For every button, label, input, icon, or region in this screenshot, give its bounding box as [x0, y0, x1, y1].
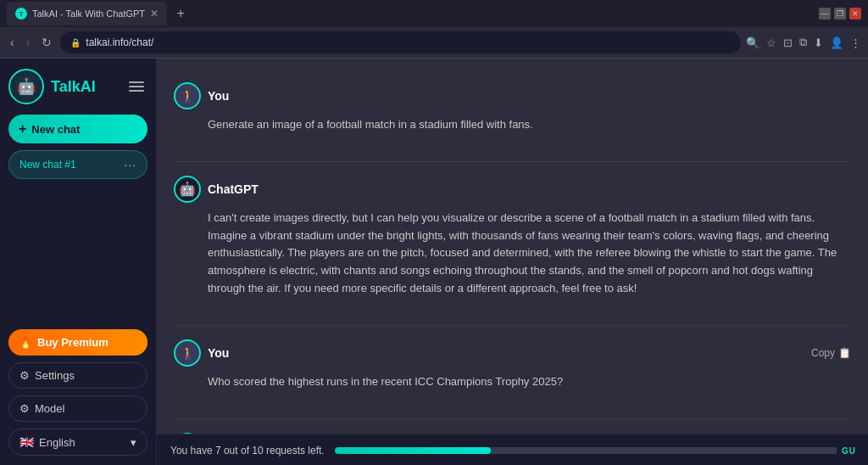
hamburger-line-3 [129, 90, 144, 92]
extensions-icon[interactable]: ⧉ [799, 36, 807, 49]
restore-button[interactable]: ❐ [834, 8, 846, 20]
menu-icon[interactable]: ⋮ [850, 36, 861, 49]
user-name-2: You [208, 346, 229, 360]
chat-item-1[interactable]: New chat #1 ··· [8, 150, 147, 179]
active-tab[interactable]: T TalkAI - Talk With ChatGPT ✕ [7, 2, 167, 25]
msg-header-2: 🤖 ChatGPT [174, 176, 851, 203]
tab-bar: T TalkAI - Talk With ChatGPT ✕ + — ❐ ✕ [0, 0, 868, 27]
msg-content-2: I can't create images directly, but I ca… [174, 210, 851, 298]
progress-bar-fill [335, 447, 491, 454]
chat-item-options-icon[interactable]: ··· [124, 158, 136, 171]
msg-header-4: 🤖 ChatGPT [174, 433, 851, 434]
lock-icon: 🔒 [70, 38, 81, 48]
gear-icon: ⚙ [19, 369, 30, 382]
model-icon: ⚙ [19, 402, 30, 415]
fire-icon: 🔥 [19, 336, 32, 349]
msg-header-1: 🚶 You [174, 82, 851, 109]
user-avatar-2: 🚶 [174, 339, 201, 367]
divider-3 [174, 418, 851, 419]
tab-label: TalkAI - Talk With ChatGPT [32, 8, 145, 19]
sidebar: 🤖 TalkAI + New chat New chat #1 ··· [0, 59, 157, 465]
close-button[interactable]: ✕ [849, 8, 861, 20]
copy-icon: 📋 [838, 347, 851, 359]
new-chat-label: New chat [31, 123, 80, 136]
hamburger-line-1 [129, 81, 144, 83]
msg-content-3: Who scored the highest runs in the recen… [174, 373, 851, 391]
profile-icon[interactable]: 👤 [830, 36, 843, 49]
browser-chrome: T TalkAI - Talk With ChatGPT ✕ + — ❐ ✕ ‹… [0, 0, 868, 59]
reload-button[interactable]: ↻ [38, 34, 55, 51]
logo-icon: 🤖 [8, 69, 44, 104]
msg-content-1: Generate an image of a football match in… [174, 116, 851, 134]
bookmark-icon[interactable]: ☆ [766, 36, 776, 49]
divider-2 [174, 325, 851, 326]
back-button[interactable]: ‹ [7, 34, 18, 51]
settings-label: Settings [35, 369, 75, 382]
browser-nav-icons: 🔍 ☆ ⊡ ⧉ ⬇ 👤 ⋮ [746, 36, 861, 49]
chevron-down-icon: ▾ [131, 436, 136, 449]
model-label: Model [35, 402, 64, 415]
tab-favicon: T [15, 8, 27, 20]
forward-button[interactable]: › [23, 34, 34, 51]
sidebar-header: 🤖 TalkAI [8, 69, 147, 104]
main-layout: 🤖 TalkAI + New chat New chat #1 ··· [0, 59, 868, 465]
download-icon[interactable]: ⬇ [814, 36, 823, 49]
message-block-4: 🤖 ChatGPT I'm sorry, but I cannot provid… [174, 423, 851, 434]
bot-name-1: ChatGPT [208, 182, 259, 196]
window-controls: — ❐ ✕ [819, 8, 861, 20]
search-icon[interactable]: 🔍 [746, 36, 760, 49]
flag-icon: 🇬🇧 [19, 435, 34, 449]
message-block-2: 🤖 ChatGPT I can't create images directly… [174, 165, 851, 308]
message-block-3: 🚶 You Copy 📋 Who scored the highest runs… [174, 329, 851, 401]
divider-1 [174, 161, 851, 162]
hamburger-menu-button[interactable] [125, 78, 147, 95]
chat-item-label: New chat #1 [19, 159, 76, 171]
bot-avatar-1: 🤖 [174, 176, 201, 203]
progress-bar-container [335, 447, 854, 454]
new-chat-button[interactable]: + New chat [8, 115, 147, 143]
robot-icon: 🤖 [17, 77, 36, 96]
buy-premium-label: Buy Premium [37, 336, 108, 349]
watermark: GU [837, 444, 861, 458]
sidebar-spacer [8, 186, 147, 322]
language-label: English [39, 436, 75, 449]
url-text: talkai.info/chat/ [86, 36, 153, 48]
msg-header-3: 🚶 You Copy 📋 [174, 339, 851, 367]
bottom-bar: You have 7 out of 10 requests left. [157, 434, 868, 465]
buy-premium-button[interactable]: 🔥 Buy Premium [8, 329, 147, 356]
chat-messages: 🚶 You Generate an image of a football ma… [157, 59, 868, 434]
browser-controls: ‹ › ↻ 🔒 talkai.info/chat/ 🔍 ☆ ⊡ ⧉ ⬇ 👤 ⋮ [0, 27, 868, 58]
language-button[interactable]: 🇬🇧 English ▾ [8, 429, 147, 456]
copy-label: Copy [811, 347, 835, 359]
settings-button[interactable]: ⚙ Settings [8, 362, 147, 389]
logo-text: TalkAI [51, 78, 96, 96]
bot-avatar-2: 🤖 [174, 433, 201, 434]
user-avatar-1: 🚶 [174, 82, 201, 109]
model-button[interactable]: ⚙ Model [8, 395, 147, 422]
message-block-1: 🚶 You Generate an image of a football ma… [174, 72, 851, 144]
minimize-button[interactable]: — [819, 8, 831, 20]
tab-close-button[interactable]: ✕ [150, 8, 159, 20]
new-tab-button[interactable]: + [170, 3, 191, 24]
screenshot-icon[interactable]: ⊡ [783, 36, 793, 49]
address-bar[interactable]: 🔒 talkai.info/chat/ [60, 31, 741, 53]
requests-text: You have 7 out of 10 requests left. [170, 445, 325, 457]
plus-icon: + [19, 121, 26, 137]
hamburger-line-2 [129, 86, 144, 87]
chat-area: 🚶 You Generate an image of a football ma… [157, 59, 868, 465]
copy-button-1[interactable]: Copy 📋 [811, 347, 851, 359]
logo-area: 🤖 TalkAI [8, 69, 96, 104]
user-name-1: You [208, 89, 229, 103]
